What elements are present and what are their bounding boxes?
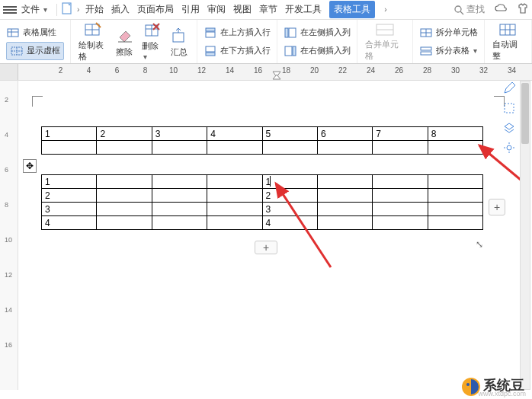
table-cell[interactable]: 3 bbox=[152, 127, 207, 141]
table-cell[interactable] bbox=[373, 203, 428, 216]
table-cell[interactable] bbox=[373, 216, 428, 230]
table-cell[interactable]: 8 bbox=[428, 127, 482, 141]
insert-col-left-button[interactable]: 在左侧插入列 bbox=[284, 24, 351, 42]
file-menu[interactable]: 文件 ▾ bbox=[21, 3, 47, 16]
table-row[interactable]: 44 bbox=[42, 216, 483, 230]
add-row-button[interactable]: + bbox=[255, 241, 277, 254]
table-cell[interactable] bbox=[207, 189, 262, 203]
table-cell[interactable] bbox=[428, 203, 482, 216]
table-cell[interactable] bbox=[428, 216, 482, 230]
table-cell[interactable] bbox=[317, 189, 372, 203]
table-cell[interactable]: 1 bbox=[42, 127, 97, 141]
insert-row-below-button[interactable]: 在下方插入行 bbox=[204, 42, 271, 60]
layers-icon[interactable] bbox=[503, 122, 515, 134]
table-cell[interactable] bbox=[152, 203, 207, 216]
add-column-button[interactable]: + bbox=[489, 199, 505, 215]
selection-icon[interactable] bbox=[503, 102, 515, 114]
split-cell-button[interactable]: 拆分单元格 bbox=[419, 24, 478, 42]
chevron-right-icon[interactable]: › bbox=[77, 5, 79, 14]
pencil-icon[interactable] bbox=[503, 82, 515, 94]
table-cell[interactable] bbox=[373, 175, 428, 189]
table-cell[interactable] bbox=[152, 216, 207, 230]
table-cell[interactable]: 1 bbox=[42, 175, 97, 189]
table-row[interactable]: 12345678 bbox=[42, 127, 483, 141]
table-cell[interactable] bbox=[262, 141, 317, 155]
vertical-scrollbar[interactable] bbox=[520, 81, 530, 390]
table-row[interactable] bbox=[42, 141, 483, 155]
table-cell[interactable]: 3 bbox=[262, 203, 317, 216]
table-cell[interactable]: 6 bbox=[317, 127, 372, 141]
table-move-handle-icon[interactable]: ✥ bbox=[23, 159, 37, 173]
table-cell[interactable]: 4 bbox=[207, 127, 262, 141]
insert-col-right-button[interactable]: 在右侧插入列 bbox=[284, 42, 351, 60]
tab-layout[interactable]: 页面布局 bbox=[137, 3, 174, 16]
tab-start[interactable]: 开始 bbox=[85, 3, 104, 16]
table-row[interactable]: 33 bbox=[42, 203, 483, 216]
table-cell[interactable] bbox=[428, 189, 482, 203]
table-cell[interactable] bbox=[97, 141, 152, 155]
table-cell[interactable] bbox=[317, 216, 372, 230]
summary-button[interactable]: 汇总 bbox=[168, 23, 191, 60]
document-page[interactable]: 12345678 ✥ 11223344 + + ⤡ bbox=[18, 81, 518, 390]
table-cell[interactable] bbox=[97, 189, 152, 203]
table-row[interactable]: 11 bbox=[42, 175, 483, 189]
search-button[interactable]: 查找 bbox=[453, 3, 485, 16]
table-cell[interactable]: 2 bbox=[97, 127, 152, 141]
table-cell[interactable] bbox=[317, 203, 372, 216]
table-cell[interactable]: 3 bbox=[42, 203, 97, 216]
table-cell[interactable] bbox=[207, 141, 262, 155]
table-cell[interactable] bbox=[207, 203, 262, 216]
table-cell[interactable]: 4 bbox=[262, 216, 317, 230]
table-cell[interactable] bbox=[373, 189, 428, 203]
horizontal-ruler[interactable]: 2468101214161820222426283032343638404244 bbox=[0, 64, 532, 81]
table-cell[interactable] bbox=[317, 141, 372, 155]
table-cell[interactable] bbox=[373, 141, 428, 155]
delete-button[interactable]: 删除▾ bbox=[140, 23, 163, 60]
indent-marker-icon[interactable] bbox=[272, 71, 281, 80]
document-icon[interactable] bbox=[62, 2, 72, 17]
table-cell[interactable]: 4 bbox=[42, 216, 97, 230]
tab-reference[interactable]: 引用 bbox=[181, 3, 200, 16]
table-cell[interactable] bbox=[97, 216, 152, 230]
table-row[interactable]: 22 bbox=[42, 189, 483, 203]
insert-row-above-button[interactable]: 在上方插入行 bbox=[204, 24, 271, 42]
cloud-icon[interactable] bbox=[494, 3, 508, 16]
eraser-button[interactable]: 擦除 bbox=[113, 23, 136, 60]
tab-insert[interactable]: 插入 bbox=[111, 3, 130, 16]
table-cell[interactable] bbox=[207, 216, 262, 230]
table-cell[interactable] bbox=[152, 175, 207, 189]
table-resize-handle-icon[interactable]: ⤡ bbox=[476, 239, 483, 250]
tab-view[interactable]: 视图 bbox=[233, 3, 252, 16]
table-cell[interactable] bbox=[42, 141, 97, 155]
skin-icon[interactable] bbox=[517, 3, 529, 16]
tab-devtools[interactable]: 开发工具 bbox=[285, 3, 322, 16]
table-cell[interactable] bbox=[97, 203, 152, 216]
table-cell[interactable] bbox=[152, 141, 207, 155]
tab-table-tools[interactable]: 表格工具 bbox=[329, 1, 375, 18]
table-cell[interactable] bbox=[152, 189, 207, 203]
table-cell[interactable]: 5 bbox=[262, 127, 317, 141]
scrollbar-thumb[interactable] bbox=[521, 83, 529, 144]
table-2[interactable]: 11223344 bbox=[41, 174, 483, 230]
table-cell[interactable]: 2 bbox=[262, 189, 317, 203]
tab-chapter[interactable]: 章节 bbox=[259, 3, 277, 16]
table-cell[interactable]: 2 bbox=[42, 189, 97, 203]
settings-icon[interactable] bbox=[503, 142, 515, 154]
table-1[interactable]: 12345678 bbox=[41, 126, 483, 155]
vertical-ruler[interactable]: 246810121416 bbox=[0, 81, 18, 390]
autofit-button[interactable]: 自动调整 bbox=[491, 23, 525, 60]
show-gridlines-button[interactable]: 显示虚框 bbox=[6, 42, 64, 60]
table-cell[interactable] bbox=[428, 175, 482, 189]
chevron-right-icon[interactable]: › bbox=[384, 5, 386, 14]
table-cell[interactable] bbox=[428, 141, 482, 155]
table-cell[interactable] bbox=[207, 175, 262, 189]
table-cell[interactable] bbox=[97, 175, 152, 189]
draw-table-button[interactable]: 绘制表格 bbox=[77, 23, 108, 60]
split-table-button[interactable]: 拆分表格 ▾ bbox=[419, 42, 478, 60]
merge-cells-button[interactable]: 合并单元格 bbox=[364, 23, 405, 60]
table-cell[interactable]: 7 bbox=[373, 127, 428, 141]
tab-review[interactable]: 审阅 bbox=[207, 3, 226, 16]
table-properties-button[interactable]: 表格属性 bbox=[6, 24, 64, 42]
hamburger-icon[interactable] bbox=[3, 6, 17, 14]
table-cell[interactable] bbox=[317, 175, 372, 189]
